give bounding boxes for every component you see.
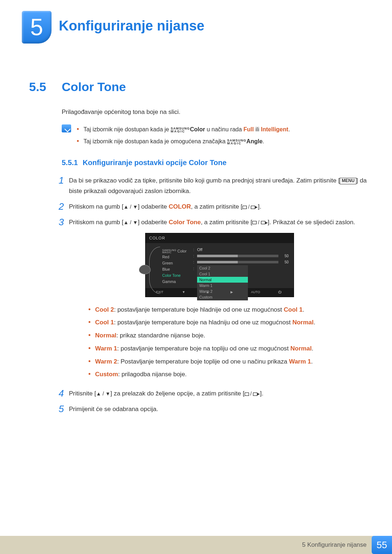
- osd-menu-item: Blue: [162, 266, 191, 272]
- bullet-text: : postavljanje temperature boje hladnije…: [114, 306, 284, 313]
- step-3: 3 Pritiskom na gumb [▲ / ▼] odaberite Co…: [54, 217, 370, 383]
- osd-left-panel: SAMSUNGMAGIC Color Red Green Blue Color …: [149, 247, 191, 285]
- subsection-number: 5.5.1: [62, 159, 78, 167]
- chapter-header: 5 Konfiguriranje nijanse: [22, 11, 370, 44]
- osd-footer-btn: ▶: [220, 290, 244, 295]
- note-item: Taj izbornik nije dostupan kada je omogu…: [77, 136, 290, 146]
- step-5: 5 Primijenit će se odabrana opcija.: [54, 404, 370, 415]
- osd-footer-btn: ▼: [172, 290, 196, 295]
- subsection-title: Konfiguriranje postavki opcije Color Ton…: [83, 159, 226, 167]
- osd-option: Warm 1: [197, 283, 248, 288]
- osd-footer-btn: ⏻: [268, 290, 291, 295]
- bullet-item: Warm 2: Postavljanje temperature boje to…: [89, 356, 370, 367]
- step-body: Da bi se prikazao vodič za tipke, pritis…: [69, 176, 370, 197]
- bullet-item: Cool 2: postavljanje temperature boje hl…: [89, 304, 370, 315]
- samsung-magic-small: SAMSUNGMAGIC: [162, 249, 176, 254]
- osd-option: Custom: [197, 294, 248, 300]
- step-body: Primijenit će se odabrana opcija.: [69, 404, 370, 415]
- enter-glyph: / ▸: [252, 219, 268, 225]
- step-text: ].: [258, 203, 261, 210]
- note-text: Taj izbornik nije dostupan kada je: [83, 126, 171, 132]
- osd-menu-item: Green: [162, 260, 191, 266]
- note-text: ili: [254, 126, 261, 132]
- bullet-keyword: Warm 2: [95, 358, 117, 365]
- step-text: Pritisnite [: [69, 390, 96, 397]
- bullet-keyword: Normal: [290, 345, 312, 352]
- step-number: 4: [54, 389, 69, 398]
- enter-glyph: / ▸: [245, 391, 260, 397]
- step-1: 1 Da bi se prikazao vodič za tipke, prit…: [54, 176, 370, 197]
- step-number: 2: [54, 202, 69, 211]
- bullet-keyword: Cool 2: [95, 306, 114, 313]
- osd-slider: [197, 255, 278, 257]
- osd-slider-value: 50: [281, 253, 289, 259]
- samsung-magic-label: SAMSUNGMAGIC: [227, 139, 246, 145]
- step-4: 4 Pritisnite [▲ / ▼] za prelazak do želj…: [54, 389, 370, 399]
- section-header: 5.5 Color Tone: [29, 80, 370, 94]
- step-text: ] odaberite: [138, 219, 169, 226]
- bullet-text: .: [303, 306, 305, 313]
- menu-button-glyph: MENU: [340, 178, 356, 184]
- bullet-keyword: Warm 1: [289, 358, 311, 365]
- note-text: .: [262, 138, 264, 144]
- bullet-text: : postavljanje temperature boje na hladn…: [114, 319, 292, 326]
- osd-menu-item-active: Color Tone: [162, 272, 191, 279]
- step-text: ] odaberite: [138, 203, 169, 210]
- step-2: 2 Pritiskom na gumb [▲ / ▼] odaberite CO…: [54, 202, 370, 212]
- footer-page-number: 55: [372, 536, 392, 554]
- bullet-keyword: Cool 1: [284, 306, 303, 313]
- osd-footer-btn: AUTO: [244, 290, 268, 295]
- bullet-keyword: Warm 1: [95, 345, 117, 352]
- osd-curve-decoration: [149, 247, 160, 294]
- osd-menu-item: Red: [162, 254, 191, 260]
- step-text: , a zatim pritisnite [: [201, 219, 252, 226]
- page-footer: 5 Konfiguriranje nijanse 55: [0, 536, 392, 554]
- osd-slider: [197, 261, 278, 263]
- step-text: Pritiskom na gumb [: [69, 219, 123, 226]
- bullet-item: Custom: prilagodba nijanse boje.: [89, 369, 370, 380]
- step-body: Pritiskom na gumb [▲ / ▼] odaberite COLO…: [69, 202, 370, 212]
- samsung-magic-label: SAMSUNGMAGIC: [171, 127, 190, 133]
- step-keyword: COLOR: [169, 203, 191, 210]
- bullet-text: .: [311, 358, 313, 365]
- section-intro: Prilagođavanje općenitog tona boje na sl…: [62, 108, 370, 116]
- bullet-text: : prikaz standardne nijanse boje.: [117, 332, 205, 339]
- note-keyword: Intelligent: [261, 126, 289, 132]
- osd-menu-item: SAMSUNGMAGIC Color: [162, 248, 191, 254]
- note-bold: Angle: [246, 138, 262, 144]
- subsection-header: 5.5.1 Konfiguriranje postavki opcije Col…: [62, 159, 370, 167]
- note-text: .: [288, 126, 290, 132]
- note-text: u načinu rada: [205, 126, 244, 132]
- step-text: , a zatim pritisnite [: [191, 203, 242, 210]
- osd-option: Cool 2: [197, 265, 248, 271]
- step-keyword: Color Tone: [169, 219, 201, 226]
- note-icon: [62, 124, 71, 132]
- step-text: ]. Prikazat će se sljedeći zaslon.: [268, 219, 355, 226]
- bullet-text: : prilagodba nijanse boje.: [118, 371, 187, 378]
- step-number: 5: [54, 404, 69, 414]
- up-down-glyph: ▲ / ▼: [123, 219, 138, 225]
- osd-value-off: Off: [197, 246, 202, 253]
- bullet-item: Normal: prikaz standardne nijanse boje.: [89, 330, 370, 341]
- osd-option-selected: Normal: [197, 277, 248, 283]
- up-down-glyph: ▲ / ▼: [96, 391, 110, 397]
- bullet-text: .: [312, 345, 314, 352]
- osd-menu-item: Gamma: [162, 279, 191, 285]
- bullet-text: : Postavljanje temperature boje toplije …: [117, 358, 289, 365]
- osd-right-panel: :Off :50 :50 : Cool 2 Cool 1 Normal Warm…: [193, 247, 289, 285]
- step-text: Primijenit će se odabrana opcija.: [69, 406, 158, 413]
- bullet-keyword: Custom: [95, 371, 118, 378]
- chapter-title: Konfiguriranje nijanse: [59, 11, 204, 34]
- osd-footer-btn: ▲: [196, 290, 220, 295]
- note-block: Taj izbornik nije dostupan kada je SAMSU…: [62, 124, 370, 148]
- osd-slider-value: 50: [281, 259, 289, 265]
- section-title: Color Tone: [62, 80, 126, 94]
- step-text: Pritiskom na gumb [: [69, 203, 123, 210]
- chapter-number-badge: 5: [22, 11, 52, 44]
- osd-option: Cool 1: [197, 271, 248, 277]
- step-body: Pritiskom na gumb [▲ / ▼] odaberite Colo…: [69, 217, 370, 383]
- up-down-glyph: ▲ / ▼: [123, 204, 138, 210]
- bullet-keyword: Cool 1: [95, 319, 114, 326]
- section-number: 5.5: [29, 80, 62, 94]
- footer-text: 5 Konfiguriranje nijanse: [302, 541, 372, 549]
